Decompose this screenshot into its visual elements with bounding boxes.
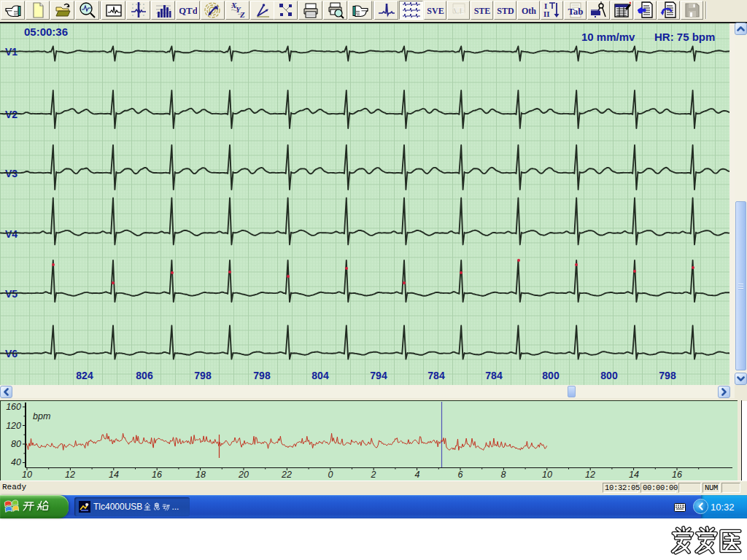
svg-text:40: 40	[11, 457, 21, 467]
svg-text:798: 798	[194, 370, 212, 381]
svg-text:16: 16	[152, 470, 162, 480]
svg-text:160: 160	[6, 402, 21, 412]
svg-text:120: 120	[6, 421, 21, 431]
svg-text:14: 14	[629, 470, 639, 480]
svg-text:798: 798	[659, 370, 676, 381]
svg-text:II: II	[543, 9, 550, 18]
svg-text:800: 800	[542, 370, 560, 381]
svg-text:16: 16	[672, 470, 682, 480]
svg-text:10 mm/mv: 10 mm/mv	[581, 31, 635, 43]
svg-text:Z: Z	[239, 10, 245, 19]
svg-text:798: 798	[253, 370, 271, 381]
svg-text:0: 0	[328, 470, 333, 480]
svg-text:VE: VE	[452, 6, 465, 16]
svg-text:QTd: QTd	[179, 5, 197, 16]
svg-text:784: 784	[485, 370, 503, 381]
svg-text:800: 800	[600, 370, 618, 381]
svg-text:V4: V4	[5, 228, 18, 240]
svg-text:22: 22	[281, 470, 292, 480]
svg-text:6: 6	[458, 470, 463, 480]
svg-text:14: 14	[109, 470, 119, 480]
svg-text:784: 784	[427, 370, 445, 381]
svg-text:STD: STD	[497, 6, 514, 16]
svg-text:V3: V3	[5, 168, 18, 179]
svg-text:bpm: bpm	[33, 411, 50, 421]
svg-text:804: 804	[311, 370, 329, 381]
svg-text:824: 824	[76, 370, 93, 381]
svg-text:12: 12	[65, 470, 75, 480]
svg-text:HR: 75 bpm: HR: 75 bpm	[654, 31, 715, 43]
svg-text:10: 10	[22, 470, 32, 480]
svg-text:Oth: Oth	[521, 6, 535, 16]
svg-text:8: 8	[501, 470, 506, 480]
svg-text:Tab: Tab	[568, 6, 583, 17]
svg-text:80: 80	[11, 439, 21, 449]
svg-text:806: 806	[136, 370, 153, 381]
svg-text:4: 4	[415, 470, 420, 480]
svg-text:05:00:36: 05:00:36	[24, 26, 68, 38]
svg-text:794: 794	[370, 370, 387, 381]
svg-text:18: 18	[196, 470, 206, 480]
svg-text:12: 12	[585, 470, 595, 480]
svg-text:10: 10	[542, 470, 552, 480]
svg-text:SVE: SVE	[427, 6, 444, 16]
svg-text:STE: STE	[473, 6, 490, 16]
svg-text:20: 20	[238, 470, 249, 480]
svg-text:2: 2	[371, 470, 376, 480]
